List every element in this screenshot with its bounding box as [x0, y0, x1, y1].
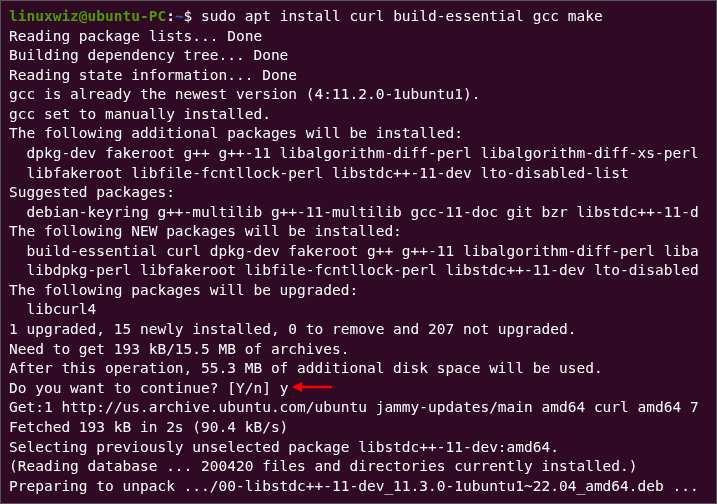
output-line: libfakeroot libfile-fcntllock-perl libst… [9, 164, 708, 184]
output-line: libcurl4 [9, 300, 708, 320]
prompt-line: linuxwiz@ubuntu-PC:~$ sudo apt install c… [9, 7, 708, 27]
output-line: Building dependency tree... Done [9, 46, 708, 66]
output-line: gcc set to manually installed. [9, 105, 708, 125]
prompt-user: linuxwiz@ubuntu-PC [9, 8, 166, 24]
output-line: Get:1 http://us.archive.ubuntu.com/ubunt… [9, 398, 708, 418]
output-line: gcc is already the newest version (4:11.… [9, 85, 708, 105]
command-text: sudo apt install curl build-essential gc… [201, 8, 603, 24]
output-line: debian-keyring g++-multilib g++-11-multi… [9, 203, 708, 223]
continue-prompt-text: Do you want to continue? [Y/n] [9, 380, 280, 396]
arrow-icon [292, 379, 332, 399]
output-line: The following packages will be upgraded: [9, 281, 708, 301]
output-line: Need to get 193 kB/15.5 MB of archives. [9, 340, 708, 360]
output-line: libdpkg-perl libfakeroot libfile-fcntllo… [9, 261, 708, 281]
output-line: dpkg-dev fakeroot g++ g++-11 libalgorith… [9, 144, 708, 164]
output-line: Suggested packages: [9, 183, 708, 203]
output-line: The following additional packages will b… [9, 124, 708, 144]
output-line: The following NEW packages will be insta… [9, 222, 708, 242]
output-line: Fetched 193 kB in 2s (90.4 kB/s) [9, 418, 708, 438]
prompt-dollar: $ [184, 8, 201, 24]
output-line: Preparing to unpack .../00-libstdc++-11-… [9, 477, 708, 497]
output-line: (Reading database ... 200420 files and d… [9, 457, 708, 477]
prompt-colon: : [166, 8, 175, 24]
continue-prompt-line: Do you want to continue? [Y/n] y [9, 379, 708, 399]
terminal-output[interactable]: linuxwiz@ubuntu-PC:~$ sudo apt install c… [9, 7, 708, 496]
continue-answer: y [280, 380, 289, 396]
output-line: Reading package lists... Done [9, 27, 708, 47]
output-line: Selecting previously unselected package … [9, 438, 708, 458]
prompt-path: ~ [175, 8, 184, 24]
output-line: build-essential curl dpkg-dev fakeroot g… [9, 242, 708, 262]
svg-marker-1 [292, 382, 302, 392]
output-line: Reading state information... Done [9, 66, 708, 86]
output-line: After this operation, 55.3 MB of additio… [9, 359, 708, 379]
output-line: 1 upgraded, 15 newly installed, 0 to rem… [9, 320, 708, 340]
